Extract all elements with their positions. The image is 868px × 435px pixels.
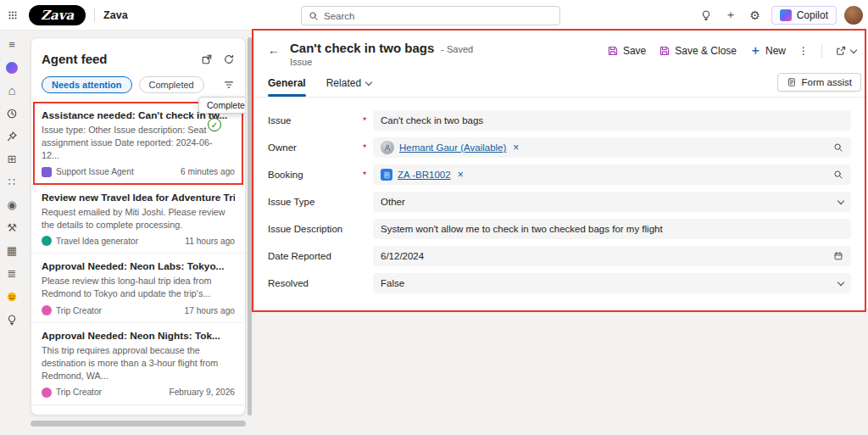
brand-logo[interactable]: Zava	[29, 5, 86, 25]
field-row-date-reported: Date Reported 6/12/2024	[268, 246, 851, 266]
more-commands-button[interactable]: ⋮	[798, 45, 809, 57]
pill-needs-attention[interactable]: Needs attention	[42, 76, 132, 93]
record-title: Can't check in two bags	[290, 41, 434, 55]
chevron-down-icon[interactable]	[838, 201, 843, 204]
booking-search-icon[interactable]	[833, 170, 843, 180]
field-value: System won't allow me to check in two ch…	[381, 224, 663, 234]
feed-item-travel-idea[interactable]: Review new Travel Idea for Adventure Tri…	[31, 184, 245, 254]
pinned-icon[interactable]	[5, 129, 19, 143]
agent-feed-header: Agent feed	[31, 38, 245, 73]
recent-icon[interactable]	[5, 106, 19, 120]
resolved-select[interactable]: False	[373, 273, 851, 293]
user-avatar[interactable]	[844, 6, 863, 25]
home-icon[interactable]: ⌂	[5, 83, 19, 98]
tab-related[interactable]: Related	[326, 77, 371, 97]
insights-bulb-icon[interactable]	[5, 312, 19, 326]
feed-item-approval-neon-nights[interactable]: Approval Needed: Neon Nights: Tok... Thi…	[31, 322, 245, 404]
top-bar: Zava Zava ＋ ⚙ Copilot	[0, 0, 868, 31]
remove-owner-icon[interactable]: ×	[513, 142, 519, 153]
feed-item-time: 6 minutes ago	[181, 167, 235, 176]
ai-disclaimer-text: AI-generated content may be incorrect.	[42, 413, 185, 415]
field-row-booking: Booking * ZA -BR1002 ×	[268, 165, 851, 185]
feed-item-assistance-needed[interactable]: Assistance needed: Can't check in tw... …	[31, 102, 245, 184]
horizontal-scrollbar[interactable]	[31, 421, 246, 427]
owner-avatar	[381, 141, 394, 154]
field-row-issue-description: Issue Description System won't allow me …	[268, 219, 851, 239]
topbar-divider	[94, 8, 95, 22]
app-icon-table[interactable]: ▦	[5, 243, 19, 258]
calendar-icon[interactable]	[833, 251, 843, 261]
form-tabs: General Related Form assist	[254, 69, 868, 98]
new-button[interactable]: ＋ New	[749, 43, 786, 59]
lightbulb-icon[interactable]	[698, 7, 715, 24]
share-button[interactable]	[835, 45, 856, 57]
chevron-down-icon	[365, 78, 372, 85]
date-reported-input[interactable]: 6/12/2024	[373, 246, 851, 266]
refresh-icon[interactable]	[223, 53, 235, 65]
remove-booking-icon[interactable]: ×	[458, 169, 464, 181]
feed-item-time: 17 hours ago	[185, 306, 235, 315]
app-icon-globe[interactable]: ◉	[5, 198, 19, 212]
app-icon-grid[interactable]: ⊞	[5, 152, 19, 166]
booking-link[interactable]: ZA -BR1002	[398, 170, 451, 180]
field-label: Resolved	[268, 278, 363, 288]
owner-lookup[interactable]: Hemant Gaur (Available) ×	[373, 137, 851, 158]
tab-general[interactable]: General	[268, 77, 306, 97]
menu-icon[interactable]: ≡	[5, 37, 19, 52]
field-row-issue: Issue * Can't check in two bags	[268, 110, 851, 131]
feed-item-approval-neon-labs[interactable]: Approval Needed: Neon Labs: Tokyo... Ple…	[31, 253, 245, 322]
feed-item-time: February 9, 2026	[169, 388, 235, 397]
feed-item-agent: Travel Idea generator	[56, 237, 138, 246]
feed-item-time: 11 hours ago	[185, 237, 235, 246]
waffle-menu-icon[interactable]	[0, 9, 25, 21]
filter-icon[interactable]	[223, 79, 235, 91]
booking-lookup[interactable]: ZA -BR1002 ×	[373, 165, 851, 185]
plus-icon[interactable]: ＋	[722, 7, 739, 24]
feed-item-agent: Trip Creator	[56, 388, 102, 397]
owner-link[interactable]: Hemant Gaur (Available)	[399, 142, 506, 153]
agent-feed-panel: Agent feed Needs attention Completed Com…	[31, 37, 246, 415]
form-assist-icon	[787, 77, 797, 87]
travel-agent-icon	[42, 236, 52, 246]
field-label: Date Reported	[268, 251, 363, 261]
global-search[interactable]	[301, 6, 560, 25]
complete-check-button[interactable]: ✓	[208, 118, 221, 131]
gear-icon[interactable]: ⚙	[747, 7, 764, 24]
feed-item-agent: Support Issue Agent	[56, 167, 134, 176]
required-asterisk: *	[363, 115, 373, 125]
feed-item-description: Request emailed by Miti Joshi. Please re…	[42, 206, 235, 231]
command-bar: Save Save & Close ＋ New ⋮	[607, 43, 856, 59]
ai-disclaimer: AI-generated content may be incorrect. S…	[31, 404, 245, 415]
back-arrow-icon[interactable]: ←	[268, 43, 280, 57]
booking-record-icon	[381, 169, 392, 181]
issue-description-input[interactable]: System won't allow me to check in two ch…	[373, 219, 851, 239]
trip-creator-icon	[42, 388, 52, 398]
save-and-close-button[interactable]: Save & Close	[659, 45, 737, 57]
pill-completed[interactable]: Completed	[139, 76, 204, 93]
save-icon	[607, 45, 619, 57]
issue-type-select[interactable]: Other	[373, 192, 851, 212]
app-name: Zava	[103, 9, 128, 21]
app-icon-list[interactable]: ≣	[5, 266, 19, 281]
copilot-app-icon[interactable]	[5, 60, 19, 75]
save-close-icon	[659, 45, 670, 57]
trip-creator-icon	[42, 305, 52, 315]
field-value: Other	[381, 197, 405, 207]
chevron-down-icon[interactable]	[838, 282, 843, 285]
field-value: 6/12/2024	[381, 251, 424, 261]
feed-item-description: Please review this long-haul trip idea f…	[42, 275, 235, 300]
copilot-button[interactable]: Copilot	[771, 6, 837, 25]
search-input[interactable]	[324, 11, 553, 21]
agents-icon[interactable]	[5, 289, 19, 304]
vertical-scrollbar[interactable]	[248, 37, 252, 415]
feed-item-title: Review new Travel Idea for Adventure Tri…	[42, 192, 235, 204]
complete-tooltip: Complete	[198, 97, 246, 114]
see-terms-link[interactable]: See terms	[187, 413, 225, 415]
save-button[interactable]: Save	[607, 45, 646, 57]
form-assist-button[interactable]: Form assist	[777, 73, 861, 92]
app-icon-tools[interactable]: ⚒	[5, 220, 19, 235]
app-icon-flow[interactable]: ∷	[5, 175, 19, 189]
owner-search-icon[interactable]	[833, 142, 843, 153]
issue-input[interactable]: Can't check in two bags	[373, 110, 851, 131]
popout-icon[interactable]	[201, 53, 213, 65]
